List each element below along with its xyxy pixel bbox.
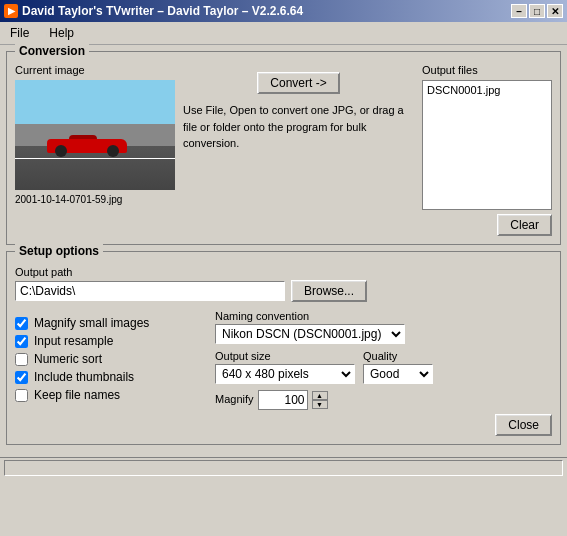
- output-size-label: Output size: [215, 350, 355, 362]
- checkbox-resample: Input resample: [15, 334, 215, 348]
- checkbox-magnify: Magnify small images: [15, 316, 215, 330]
- status-bar: [0, 457, 567, 477]
- minimize-button[interactable]: –: [511, 4, 527, 18]
- checkbox-keepnames-input[interactable]: [15, 389, 28, 402]
- magnify-down-button[interactable]: ▼: [312, 400, 328, 409]
- checkbox-resample-label: Input resample: [34, 334, 113, 348]
- magnify-input[interactable]: [258, 390, 308, 410]
- image-filename: 2001-10-14-0701-59.jpg: [15, 194, 122, 205]
- checkbox-resample-input[interactable]: [15, 335, 28, 348]
- output-files-label: Output files: [422, 64, 552, 76]
- instruction-text: Use File, Open to convert one JPG, or dr…: [183, 102, 414, 152]
- right-options: Naming convention Nikon DSCN (DSCN0001.j…: [215, 310, 552, 410]
- window-close-button[interactable]: ✕: [547, 4, 563, 18]
- checkbox-numeric-input[interactable]: [15, 353, 28, 366]
- magnify-up-button[interactable]: ▲: [312, 391, 328, 400]
- output-path-label: Output path: [15, 266, 552, 278]
- output-path-input[interactable]: [15, 281, 285, 301]
- conversion-group: Conversion Current image: [6, 51, 561, 245]
- window-controls: – □ ✕: [511, 4, 563, 18]
- output-size-select[interactable]: 640 x 480 pixels 800 x 600 pixels 1024 x…: [215, 364, 355, 384]
- quality-label: Quality: [363, 350, 433, 362]
- app-icon: ▶: [4, 4, 18, 18]
- magnify-spinner: ▲ ▼: [312, 391, 328, 409]
- checkbox-magnify-input[interactable]: [15, 317, 28, 330]
- browse-button[interactable]: Browse...: [291, 280, 367, 302]
- magnify-label: Magnify: [215, 393, 254, 405]
- output-file-item: DSCN0001.jpg: [425, 83, 549, 97]
- checkbox-numeric-label: Numeric sort: [34, 352, 102, 366]
- naming-select[interactable]: Nikon DSCN (DSCN0001.jpg) Sequential (00…: [215, 324, 405, 344]
- convert-col: Convert -> Use File, Open to convert one…: [183, 64, 414, 236]
- output-files-list: DSCN0001.jpg: [422, 80, 552, 210]
- image-preview-col: Current image: [15, 64, 175, 236]
- naming-label: Naming convention: [215, 310, 552, 322]
- window-title: David Taylor's TVwriter – David Taylor –…: [22, 4, 303, 18]
- setup-group: Setup options Output path Browse... Magn…: [6, 251, 561, 445]
- maximize-button[interactable]: □: [529, 4, 545, 18]
- setup-group-label: Setup options: [15, 244, 103, 258]
- menu-bar: File Help: [0, 22, 567, 45]
- checkbox-keepnames: Keep file names: [15, 388, 215, 402]
- current-image-label: Current image: [15, 64, 85, 76]
- title-bar: ▶ David Taylor's TVwriter – David Taylor…: [0, 0, 567, 22]
- output-files-col: Output files DSCN0001.jpg Clear: [422, 64, 552, 236]
- close-button[interactable]: Close: [495, 414, 552, 436]
- checkbox-thumbnails: Include thumbnails: [15, 370, 215, 384]
- clear-button[interactable]: Clear: [497, 214, 552, 236]
- image-preview: [15, 80, 175, 190]
- menu-help[interactable]: Help: [43, 24, 80, 42]
- quality-select[interactable]: Good Better Best: [363, 364, 433, 384]
- conversion-group-label: Conversion: [15, 44, 89, 58]
- checkbox-thumbnails-input[interactable]: [15, 371, 28, 384]
- convert-button[interactable]: Convert ->: [257, 72, 339, 94]
- checkbox-numeric: Numeric sort: [15, 352, 215, 366]
- checkbox-thumbnails-label: Include thumbnails: [34, 370, 134, 384]
- checkbox-magnify-label: Magnify small images: [34, 316, 149, 330]
- status-panel: [4, 460, 563, 476]
- checkboxes-col: Magnify small images Input resample Nume…: [15, 316, 215, 402]
- menu-file[interactable]: File: [4, 24, 35, 42]
- checkbox-keepnames-label: Keep file names: [34, 388, 120, 402]
